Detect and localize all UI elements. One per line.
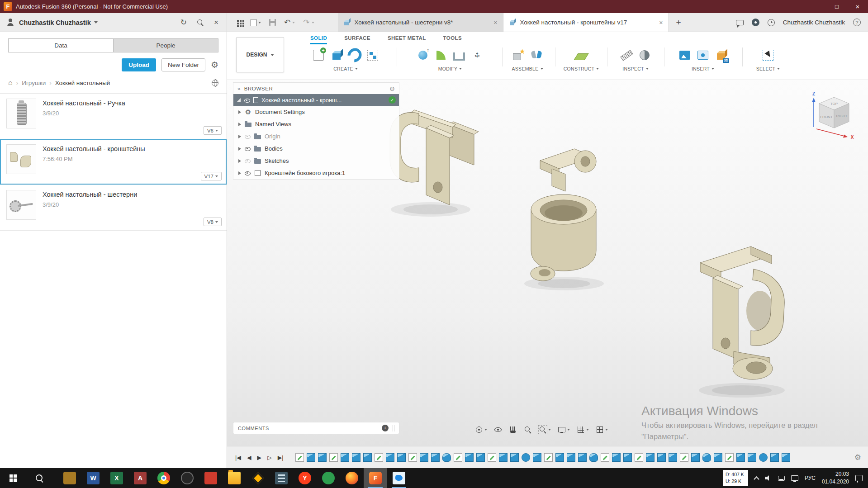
- group-dropdown-insert[interactable]: INSERT: [692, 66, 714, 71]
- app-grid-icon[interactable]: [237, 20, 239, 22]
- view-cube[interactable]: TOP FRONT RIGHT Z X: [809, 85, 859, 140]
- timeline-feature-icon[interactable]: [329, 453, 338, 462]
- save-button[interactable]: [269, 19, 276, 26]
- timeline-feature-icon[interactable]: [454, 453, 462, 462]
- construct-plane-icon[interactable]: [574, 48, 588, 62]
- timeline-feature-icon[interactable]: [408, 453, 417, 462]
- timeline-feature-icon[interactable]: [612, 453, 621, 462]
- group-dropdown-modify[interactable]: MODIFY: [438, 66, 462, 71]
- timeline-feature-icon[interactable]: [544, 453, 553, 462]
- group-dropdown-inspect[interactable]: INSPECT: [622, 66, 649, 71]
- taskbar-app-icon[interactable]: [223, 468, 246, 488]
- globe-icon[interactable]: [212, 80, 218, 86]
- timeline-feature-icon[interactable]: [589, 453, 598, 462]
- minimize-button[interactable]: –: [806, 0, 826, 13]
- new-document-button[interactable]: +: [676, 18, 681, 28]
- timeline-feature-icon[interactable]: [714, 453, 722, 462]
- drag-grip-icon[interactable]: [393, 425, 394, 431]
- timeline-feature-icon[interactable]: [307, 453, 315, 462]
- timeline-feature-icon[interactable]: [669, 453, 677, 462]
- timeline-feature-icon[interactable]: [442, 453, 451, 462]
- expand-arrow-icon[interactable]: [238, 159, 241, 163]
- user-name[interactable]: Chuzhastik Chuzhastik: [19, 19, 91, 26]
- expand-arrow-icon[interactable]: [238, 110, 241, 114]
- expand-arrow-icon[interactable]: [238, 147, 241, 151]
- timeline-feature-icon[interactable]: [601, 453, 609, 462]
- redo-button[interactable]: ↷: [303, 19, 314, 26]
- document-tab[interactable]: Хоккей настольный - кронштейны v17 ×: [503, 13, 669, 32]
- search-icon[interactable]: [197, 19, 204, 26]
- timeline-feature-icon[interactable]: [488, 453, 496, 462]
- timeline-feature-icon[interactable]: [736, 453, 745, 462]
- tray-expand-icon[interactable]: [754, 476, 759, 482]
- add-comment-icon[interactable]: +: [382, 425, 389, 431]
- browser-row[interactable]: Document Settings: [233, 106, 399, 118]
- timeline-feature-icon[interactable]: [782, 453, 790, 462]
- timeline-feature-icon[interactable]: [725, 453, 734, 462]
- zoom-tool[interactable]: [524, 426, 532, 434]
- display-settings[interactable]: [558, 426, 570, 434]
- touch-keyboard-icon[interactable]: [778, 476, 785, 481]
- timeline-playback-button[interactable]: ▶: [257, 454, 262, 461]
- joint-icon[interactable]: [530, 48, 543, 62]
- model-bracket-3[interactable]: [687, 235, 795, 404]
- workspace-selector[interactable]: DESIGN: [236, 37, 284, 72]
- data-panel-item[interactable]: Хоккей настольный - шестерни 3/9/20 V8: [0, 185, 227, 231]
- visibility-eye-icon[interactable]: [244, 97, 250, 103]
- orbit-tool[interactable]: [475, 426, 487, 434]
- measure-icon[interactable]: [620, 48, 633, 62]
- taskbar-search-button[interactable]: [32, 468, 47, 488]
- extrude-icon[interactable]: [330, 48, 343, 62]
- tab-close-icon[interactable]: ×: [493, 19, 497, 26]
- shell-icon[interactable]: [452, 48, 466, 62]
- expand-arrow-icon[interactable]: [238, 123, 241, 126]
- expand-arrow-icon[interactable]: [238, 135, 241, 138]
- create-sketch-icon[interactable]: [313, 50, 324, 61]
- close-panel-icon[interactable]: ×: [214, 18, 218, 27]
- group-dropdown-select[interactable]: SELECT: [756, 66, 780, 71]
- look-at-tool[interactable]: [494, 426, 502, 434]
- timeline-feature-icon[interactable]: [702, 453, 711, 462]
- timeline-feature-icon[interactable]: [748, 453, 756, 462]
- new-component-icon[interactable]: [512, 48, 525, 62]
- taskbar-app-icon[interactable]: [152, 468, 175, 488]
- undo-button[interactable]: ↶: [284, 19, 295, 26]
- timeline-feature-icon[interactable]: [499, 453, 508, 462]
- action-center-icon[interactable]: [855, 475, 863, 481]
- timeline-feature-icon[interactable]: [318, 453, 327, 462]
- taskbar-app-icon[interactable]: Y: [293, 468, 317, 488]
- insert-mesh-icon[interactable]: 3D: [714, 48, 728, 62]
- version-dropdown[interactable]: V17: [201, 172, 222, 180]
- breadcrumb-current[interactable]: Хоккей настольный: [55, 80, 110, 86]
- timeline-feature-icon[interactable]: [420, 453, 428, 462]
- pan-tool[interactable]: [509, 426, 517, 434]
- timeline-settings-icon[interactable]: ⚙: [854, 454, 861, 461]
- timeline-playback-button[interactable]: ▷: [267, 454, 272, 461]
- visibility-eye-icon[interactable]: [244, 134, 251, 139]
- browser-row[interactable]: Named Views: [233, 118, 399, 130]
- file-menu[interactable]: [251, 19, 261, 26]
- timeline-feature-icon[interactable]: [352, 453, 360, 462]
- viewport-canvas[interactable]: TOP FRONT RIGHT Z X « BROWSER ⊖ Хоккей н…: [227, 80, 868, 446]
- taskbar-app-icon[interactable]: W: [81, 468, 105, 488]
- group-dropdown-construct[interactable]: CONSTRUCT: [564, 66, 599, 71]
- fillet-icon[interactable]: [434, 48, 448, 62]
- upload-button[interactable]: Upload: [122, 58, 156, 71]
- ribbon-tab[interactable]: SURFACE: [344, 32, 370, 44]
- model-bracket-2[interactable]: [517, 142, 614, 298]
- browser-root-node[interactable]: Хоккей настольный - кронш... ✓: [233, 94, 399, 106]
- timeline-feature-icon[interactable]: [375, 453, 383, 462]
- comments-icon[interactable]: [736, 20, 744, 25]
- home-icon[interactable]: ⌂: [8, 79, 13, 86]
- data-panel-item[interactable]: Хоккей настольный - кронштейны 7:56:40 P…: [0, 139, 227, 185]
- refresh-icon[interactable]: ↻: [180, 19, 187, 26]
- tab-data[interactable]: Data: [9, 39, 113, 52]
- version-dropdown[interactable]: V8: [204, 218, 222, 226]
- version-dropdown[interactable]: V6: [204, 126, 222, 135]
- timeline-feature-icon[interactable]: [691, 453, 700, 462]
- canvas-icon[interactable]: [678, 48, 692, 62]
- settings-gear-icon[interactable]: ⚙: [211, 61, 218, 69]
- taskbar-app-icon[interactable]: [270, 468, 293, 488]
- viewports-setting[interactable]: [596, 426, 608, 434]
- zoom-window-tool[interactable]: [539, 426, 551, 434]
